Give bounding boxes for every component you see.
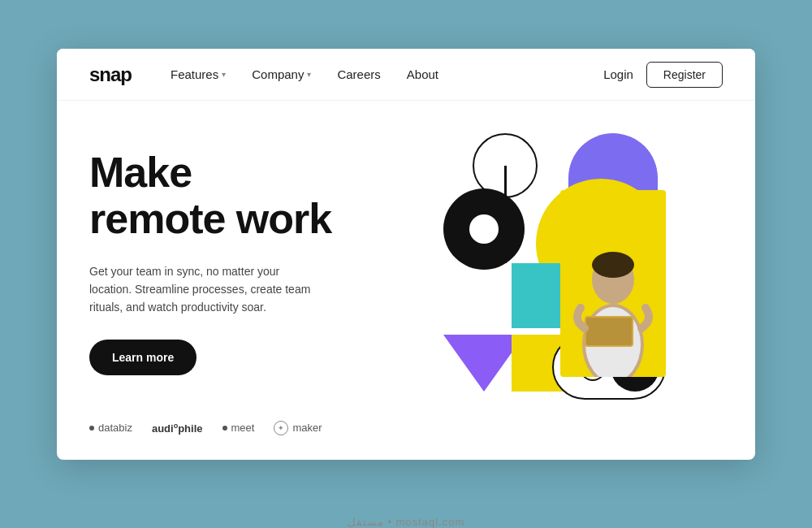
svg-point-4: [592, 252, 634, 278]
geo-shapes: [414, 133, 690, 409]
hero-description: Get your team in sync, no matter your lo…: [89, 262, 317, 317]
dot-icon: [222, 426, 227, 431]
chevron-down-icon: ▾: [307, 70, 311, 79]
watermark: مستقل • mostaql.com: [348, 516, 464, 528]
circle-white-inner: [469, 214, 499, 244]
learn-more-button[interactable]: Learn more: [89, 340, 197, 375]
chevron-down-icon: ▾: [222, 70, 226, 79]
person-photo: [560, 190, 666, 377]
hero-title: Make remote work: [89, 149, 414, 242]
partner-label: databiz: [98, 422, 132, 434]
partners-list: databiz audiophile meet ✦ maker: [89, 421, 414, 435]
nav-links: Features ▾ Company ▾ Careers About: [171, 67, 603, 81]
nav-features[interactable]: Features ▾: [171, 67, 226, 81]
brand-logo[interactable]: snap: [89, 63, 132, 86]
browser-window: snap Features ▾ Company ▾ Careers About …: [57, 49, 755, 460]
partner-label: maker: [292, 422, 322, 434]
partner-databiz: databiz: [89, 422, 132, 434]
partner-label: audiophile: [152, 422, 203, 435]
nav-actions: Login Register: [603, 62, 723, 88]
partner-maker: ✦ maker: [274, 421, 322, 435]
register-button[interactable]: Register: [646, 62, 723, 88]
nav-careers[interactable]: Careers: [337, 67, 380, 81]
navbar: snap Features ▾ Company ▾ Careers About …: [57, 49, 755, 101]
login-button[interactable]: Login: [603, 67, 633, 81]
main-content: Make remote work Get your team in sync, …: [57, 101, 755, 460]
nav-company[interactable]: Company ▾: [252, 67, 311, 81]
hero-left: Make remote work Get your team in sync, …: [89, 133, 414, 435]
svg-rect-6: [586, 318, 632, 345]
partner-meet: meet: [222, 422, 255, 434]
partner-audiophile: audiophile: [152, 422, 203, 435]
dot-icon: [89, 426, 94, 431]
partner-label: meet: [231, 422, 255, 434]
hero-illustration: [414, 133, 690, 409]
maker-icon: ✦: [274, 421, 288, 435]
nav-about[interactable]: About: [407, 67, 438, 81]
